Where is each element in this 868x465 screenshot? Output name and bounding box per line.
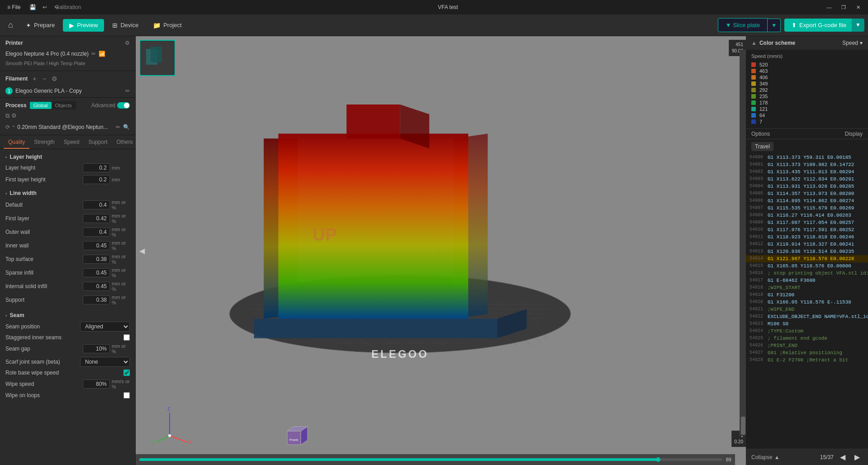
gcode-line[interactable]: 54913G1 X120.936 Y118.514 E0.00235 [746,248,868,255]
gcode-line[interactable]: 54915G1 X165.05 Y118.576 E0.00000 [746,262,868,270]
gcode-line[interactable]: 54928G1 E-2 F2700 ;Retract a bit [746,356,868,364]
layer-scrollbar[interactable] [740,50,746,436]
nav-prepare[interactable]: ✦ Prepare [19,19,61,32]
maximize-button[interactable]: ❐ [837,3,850,12]
staggered-inner-seams-checkbox[interactable] [123,334,130,341]
left-panel: Printer ⚙ Elegoo Neptune 4 Pro (0.4 nozz… [0,36,136,465]
tab-quality[interactable]: Quality [4,136,29,149]
gcode-line[interactable]: 54902G1 X113.435 Y111.013 E0.00294 [746,168,868,176]
preset-search-icon[interactable]: 🔍 [123,124,130,130]
gcode-line[interactable]: 54926;PRINT_END [746,342,868,349]
first-layer-lw-input[interactable] [83,214,110,223]
gcode-line[interactable]: 54903G1 X113.622 Y112.034 E0.00291 [746,176,868,183]
wipe-on-loops-checkbox[interactable] [123,392,130,399]
gcode-line[interactable]: 54911G1 X118.923 Y118.018 E0.00246 [746,233,868,241]
nav-preview[interactable]: ▶ Preview [63,19,104,32]
inner-wall-input[interactable] [83,241,110,250]
filament-remove-button[interactable]: − [40,75,48,83]
color-scheme-dropdown[interactable]: Speed ▾ [842,40,863,46]
preset-edit-icon[interactable]: ✏ [116,124,120,130]
filament-settings-icon[interactable]: ⚙ [50,75,58,83]
options-button[interactable]: Options [751,131,845,137]
support-lw-input[interactable] [83,295,110,304]
gcode-line[interactable]: 54906G1 X114.895 Y114.862 E0.00274 [746,197,868,204]
gcode-line[interactable]: 54917G1 E-68462 F3600 [746,277,868,284]
gcode-line[interactable]: 54904G1 X113.931 Y113.026 E0.00285 [746,183,868,190]
home-button[interactable]: ⌂ [4,19,18,32]
next-page-button[interactable]: ▶ [852,452,863,462]
thumbnail-item[interactable] [139,40,175,76]
gcode-line[interactable]: 54922EXCLUDE_OBJECT_END NAME=VFA.stl_id_… [746,313,868,320]
global-toggle[interactable]: Global [30,102,52,109]
process-settings-icon[interactable]: ⚙ [11,112,17,119]
filament-edit-icon[interactable]: ✏ [125,88,130,94]
gcode-line[interactable]: 54907G1 X115.535 Y115.679 E0.00269 [746,204,868,212]
export-dropdown-button[interactable]: ▼ [852,19,864,32]
nav-project[interactable]: 📁 Project [147,19,188,32]
gcode-line[interactable]: 54910G1 X117.976 Y117.591 E0.00252 [746,226,868,233]
gcode-line-content: G1 X121.967 Y118.576 E0.00228 [766,256,868,262]
titlebar: ≡ File 💾 ↩ ↪ Calibration VFA test — ❐ ✕ [0,0,868,14]
save-icon[interactable]: 💾 [28,2,38,12]
gcode-line[interactable]: 54900G1 X113.373 Y59.311 E0.00185 [746,154,868,161]
progress-thumb[interactable] [656,457,660,462]
gcode-line[interactable]: 54920G1 X166.05 Y118.576 E-.11538 [746,299,868,306]
tab-strength[interactable]: Strength [29,136,59,149]
gcode-line[interactable]: 54927G91 ;Relative positioning [746,349,868,356]
menu-file[interactable]: ≡ File [4,3,24,11]
outer-wall-input[interactable] [83,228,110,237]
gcode-line[interactable]: 54916; stop printing object VFA.stl id:0… [746,270,868,277]
tab-support[interactable]: Support [84,136,112,149]
gcode-line[interactable]: 54905G1 X114.357 Y113.973 E0.00280 [746,190,868,197]
gcode-line[interactable]: 54918;WIPE_START [746,284,868,291]
close-button[interactable]: ✕ [852,3,864,12]
gcode-line[interactable]: 54901G1 X113.373 Y109.982 E0.14722 [746,161,868,168]
progress-track[interactable] [139,458,722,461]
layer-height-input[interactable] [83,163,110,172]
gcode-line[interactable]: 54924;TYPE:Custom [746,327,868,335]
gcode-line[interactable]: 54909G1 X117.087 Y117.054 E0.00257 [746,219,868,226]
slice-plate-button[interactable]: ▼ Slice plate [718,18,768,32]
collapse-button[interactable]: Collapse ▲ [751,454,780,460]
layer-scroll-thumb[interactable] [741,417,745,435]
tab-speed[interactable]: Speed [59,136,84,149]
nav-device[interactable]: ⊞ Device [106,19,145,32]
advanced-toggle-switch[interactable] [117,102,130,109]
svg-text:ELEGOO: ELEGOO [371,348,429,360]
objects-toggle[interactable]: Objects [52,102,76,109]
display-button[interactable]: Display [845,131,863,137]
seam-gap-input[interactable] [83,344,110,353]
role-base-wipe-checkbox[interactable] [123,370,130,376]
gcode-line[interactable]: 54908G1 X116.27 Y116.414 E0.00263 [746,212,868,219]
line-width-group-header[interactable]: ▪ Line width [0,187,135,198]
gcode-line[interactable]: 54914G1 X121.967 Y118.576 E0.00228 [746,255,868,262]
slice-dropdown-button[interactable]: ▼ [768,19,781,32]
tab-others[interactable]: Others [112,136,136,149]
mini-cube[interactable]: Front [278,422,310,454]
export-gcode-button[interactable]: ⬆ Export G-code file [784,19,854,32]
gcode-line[interactable]: 54923M106 S0 [746,320,868,327]
scarf-joint-select[interactable]: None [80,357,130,367]
process-copy-icon[interactable]: ⧉ [5,112,9,119]
printer-edit-icon[interactable]: ✏ [91,51,96,57]
gcode-line[interactable]: 54912G1 X119.914 Y118.327 E0.00241 [746,241,868,248]
collapse-panel-button[interactable]: ◀ [139,247,145,255]
first-layer-height-input[interactable] [83,175,110,184]
prev-page-button[interactable]: ◀ [837,452,848,462]
gcode-line[interactable]: 54925; filament end gcode [746,335,868,342]
layer-height-group-header[interactable]: ▪ Layer height [0,151,135,162]
seam-position-select[interactable]: Aligned [80,322,130,332]
filament-add-button[interactable]: + [30,75,38,83]
printer-settings-icon[interactable]: ⚙ [125,40,130,46]
top-surface-input[interactable] [83,255,110,264]
gcode-line[interactable]: 54921;WIPE_END [746,306,868,313]
internal-solid-infill-input[interactable] [83,282,110,291]
seam-group-header[interactable]: ▪ Seam [0,308,135,320]
minimize-button[interactable]: — [823,3,835,12]
calibration-label[interactable]: Calibration [63,2,73,12]
undo-icon[interactable]: ↩ [40,2,50,12]
default-input[interactable] [83,200,110,209]
sparse-infill-input[interactable] [83,268,110,277]
gcode-line[interactable]: 54919G1 F31200 [746,291,868,299]
wipe-speed-input[interactable] [83,380,110,389]
